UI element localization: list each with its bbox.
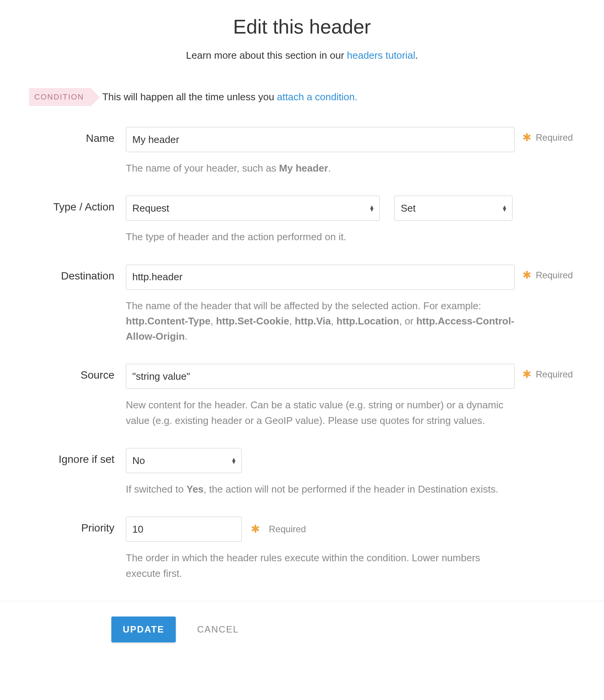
label-ignore-if-set: Ignore if set: [19, 448, 126, 466]
name-helper: The name of your header, such as My head…: [126, 161, 515, 176]
label-name: Name: [19, 127, 126, 144]
type-select[interactable]: Request: [126, 196, 380, 221]
action-select[interactable]: Set: [394, 196, 512, 221]
attach-condition-link[interactable]: attach a condition.: [277, 91, 357, 103]
required-star-icon: ✱: [522, 270, 531, 281]
label-destination: Destination: [19, 265, 126, 282]
headers-tutorial-link[interactable]: headers tutorial: [347, 50, 415, 61]
required-star-icon: ✱: [522, 132, 531, 143]
row-ignore-if-set: Ignore if set No ▲▼ If switched to Yes, …: [19, 448, 585, 497]
condition-row: CONDITION This will happen all the time …: [19, 88, 585, 106]
page-title: Edit this header: [0, 15, 604, 38]
page-subtitle: Learn more about this section in our hea…: [0, 50, 604, 61]
source-required: ✱ Required: [515, 364, 583, 380]
row-type-action: Type / Action Request ▲▼ Set ▲▼: [19, 196, 585, 244]
required-star-icon: ✱: [522, 369, 531, 380]
row-priority: Priority ✱ Required The order in which t…: [19, 517, 585, 581]
row-source: Source New content for the header. Can b…: [19, 364, 585, 428]
name-input[interactable]: [126, 127, 515, 152]
name-required: ✱ Required: [515, 127, 583, 143]
priority-helper: The order in which the header rules exec…: [126, 550, 515, 581]
condition-text-prefix: This will happen all the time unless you: [102, 91, 277, 103]
source-input[interactable]: [126, 364, 515, 389]
destination-required: ✱ Required: [515, 265, 583, 281]
required-text: Required: [536, 369, 573, 380]
ignore-if-set-select[interactable]: No: [126, 448, 242, 473]
source-helper: New content for the header. Can be a sta…: [126, 397, 515, 428]
ignore-if-set-helper: If switched to Yes, the action will not …: [126, 482, 515, 497]
destination-helper: The name of the header that will be affe…: [126, 298, 515, 344]
required-text: Required: [536, 270, 573, 281]
required-text: Required: [269, 524, 306, 535]
type-action-helper: The type of header and the action perfor…: [126, 229, 515, 244]
label-source: Source: [19, 364, 126, 381]
edit-header-form: Edit this header Learn more about this s…: [0, 0, 604, 658]
row-destination: Destination The name of the header that …: [19, 265, 585, 344]
subtitle-text: Learn more about this section in our: [186, 50, 347, 61]
footer: UPDATE CANCEL: [0, 601, 604, 658]
priority-input[interactable]: [126, 517, 242, 542]
subtitle-suffix: .: [415, 50, 418, 61]
condition-text: This will happen all the time unless you…: [102, 91, 357, 103]
condition-tag: CONDITION: [29, 88, 91, 106]
destination-input[interactable]: [126, 265, 515, 290]
required-star-icon: ✱: [251, 524, 260, 535]
label-priority: Priority: [19, 517, 126, 534]
cancel-button[interactable]: CANCEL: [197, 624, 239, 635]
update-button[interactable]: UPDATE: [111, 617, 176, 642]
row-name: Name The name of your header, such as My…: [19, 127, 585, 176]
label-type-action: Type / Action: [19, 196, 126, 213]
required-text: Required: [536, 132, 573, 143]
